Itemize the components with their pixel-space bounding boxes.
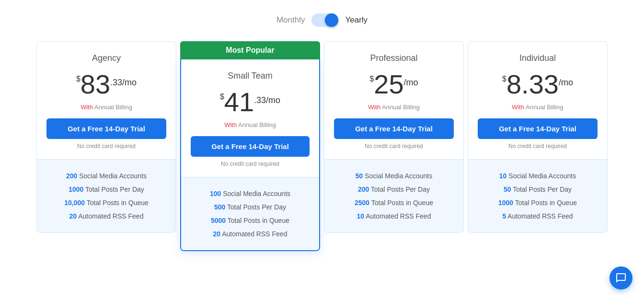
- feature-line: 1000 Total Posts in Queue: [476, 196, 599, 209]
- no-cc-individual: No credit card required: [478, 143, 598, 150]
- feature-line: 50 Total Posts Per Day: [476, 183, 599, 196]
- feature-line: 50 Social Media Accounts: [332, 169, 456, 183]
- billing-note-individual: With Annual Billing: [478, 104, 598, 111]
- card-top-agency: Agency$83.33/moWith Annual BillingGet a …: [37, 42, 176, 160]
- trial-button-individual[interactable]: Get a Free 14-Day Trial: [478, 118, 598, 139]
- plan-card-individual: Individual$8.33/moWith Annual BillingGet…: [468, 41, 608, 233]
- price-decimal-agency: .33/mo: [110, 78, 137, 88]
- card-features-professional: 50 Social Media Accounts200 Total Posts …: [324, 160, 463, 232]
- price-decimal-small-team: .33/mo: [254, 95, 280, 105]
- feature-line: 10 Social Media Accounts: [476, 169, 599, 183]
- chat-icon: [615, 272, 627, 284]
- price-decimal-professional: /mo: [404, 78, 418, 88]
- toggle-track[interactable]: [311, 13, 338, 27]
- no-cc-small-team: No credit card required: [191, 161, 310, 167]
- feature-line: 20 Automated RSS Feed: [189, 227, 311, 241]
- trial-button-small-team[interactable]: Get a Free 14-Day Trial: [191, 136, 310, 157]
- billing-toggle[interactable]: Monthly Yearly: [276, 13, 368, 27]
- plan-name-small-team: Small Team: [191, 71, 310, 81]
- card-features-individual: 10 Social Media Accounts50 Total Posts P…: [468, 160, 607, 232]
- price-block-small-team: $41.33/mo: [191, 89, 310, 116]
- plan-name-agency: Agency: [46, 53, 166, 63]
- price-decimal-individual: /mo: [559, 78, 573, 88]
- plan-card-agency: Agency$83.33/moWith Annual BillingGet a …: [36, 41, 176, 233]
- feature-line: 1000 Total Posts Per Day: [45, 183, 168, 196]
- yearly-label: Yearly: [345, 15, 368, 25]
- plan-card-professional: Professional$25/moWith Annual BillingGet…: [324, 41, 464, 233]
- price-main-agency: 83: [80, 71, 110, 98]
- card-features-agency: 200 Social Media Accounts1000 Total Post…: [37, 160, 176, 232]
- price-block-individual: $8.33/mo: [478, 71, 598, 98]
- pricing-cards: Agency$83.33/moWith Annual BillingGet a …: [34, 41, 610, 251]
- monthly-label: Monthly: [276, 15, 305, 25]
- card-outer-individual: Individual$8.33/moWith Annual BillingGet…: [466, 41, 610, 233]
- feature-line: 500 Total Posts Per Day: [189, 200, 311, 214]
- feature-line: 20 Automated RSS Feed: [45, 209, 168, 223]
- feature-line: 10,000 Total Posts in Queue: [45, 196, 168, 209]
- price-block-agency: $83.33/mo: [46, 71, 166, 98]
- card-features-small-team: 100 Social Media Accounts500 Total Posts…: [181, 177, 319, 250]
- price-main-professional: 25: [374, 71, 403, 98]
- no-cc-professional: No credit card required: [334, 143, 454, 150]
- plan-name-individual: Individual: [478, 53, 598, 63]
- price-dollar-agency: $: [76, 75, 80, 83]
- card-outer-agency: Agency$83.33/moWith Annual BillingGet a …: [34, 41, 178, 233]
- price-dollar-professional: $: [369, 75, 374, 83]
- plan-card-small-team: Small Team$41.33/moWith Annual BillingGe…: [180, 59, 320, 251]
- feature-line: 200 Social Media Accounts: [45, 169, 168, 183]
- card-top-individual: Individual$8.33/moWith Annual BillingGet…: [468, 42, 607, 160]
- trial-button-agency[interactable]: Get a Free 14-Day Trial: [46, 118, 166, 139]
- price-dollar-small-team: $: [220, 93, 224, 101]
- card-top-professional: Professional$25/moWith Annual BillingGet…: [324, 42, 463, 160]
- most-popular-badge: Most Popular: [180, 41, 320, 59]
- feature-line: 10 Automated RSS Feed: [332, 209, 456, 223]
- price-dollar-individual: $: [502, 75, 506, 83]
- billing-note-professional: With Annual Billing: [334, 104, 454, 111]
- trial-button-professional[interactable]: Get a Free 14-Day Trial: [334, 118, 454, 139]
- billing-note-small-team: With Annual Billing: [191, 121, 310, 128]
- feature-line: 5 Automated RSS Feed: [476, 209, 599, 223]
- card-outer-small-team: Most PopularSmall Team$41.33/moWith Annu…: [178, 41, 322, 251]
- card-top-small-team: Small Team$41.33/moWith Annual BillingGe…: [181, 59, 319, 177]
- card-outer-professional: Professional$25/moWith Annual BillingGet…: [322, 41, 466, 233]
- toggle-thumb: [325, 13, 338, 27]
- price-main-individual: 8.33: [506, 71, 559, 98]
- feature-line: 100 Social Media Accounts: [189, 187, 311, 200]
- price-main-small-team: 41: [224, 89, 254, 116]
- feature-line: 2500 Total Posts in Queue: [332, 196, 456, 209]
- plan-name-professional: Professional: [334, 53, 454, 63]
- no-cc-agency: No credit card required: [46, 143, 166, 150]
- chat-button[interactable]: [610, 266, 632, 289]
- feature-line: 5000 Total Posts in Queue: [189, 214, 311, 227]
- feature-line: 200 Total Posts Per Day: [332, 183, 456, 196]
- billing-note-agency: With Annual Billing: [46, 104, 166, 111]
- price-block-professional: $25/mo: [334, 71, 454, 98]
